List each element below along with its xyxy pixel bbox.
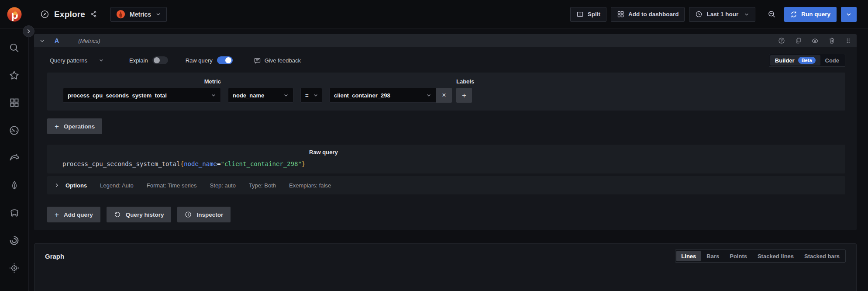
raw-query-toggle[interactable] (217, 56, 233, 64)
drag-handle-icon[interactable] (845, 38, 851, 44)
query-toolbar: Query patterns Explain Raw query Give fe… (50, 53, 845, 67)
compass-icon (40, 10, 49, 19)
top-nav: p Explore Metrics Split Add to dashboard (0, 0, 868, 29)
page-title: Explore (54, 10, 85, 19)
query-ref-id: A (55, 37, 59, 44)
split-icon (576, 10, 584, 18)
explain-label: Explain (129, 57, 148, 64)
help-icon[interactable] (778, 37, 785, 44)
copy-icon[interactable] (795, 37, 802, 44)
query-patterns-dropdown[interactable]: Query patterns (50, 57, 104, 64)
editor-mode-switch: Builder Beta Code (769, 54, 845, 67)
zoom-out-icon (768, 10, 776, 18)
search-icon[interactable] (9, 42, 20, 53)
elephant-icon[interactable] (9, 207, 20, 218)
operator-select[interactable]: = (300, 88, 322, 103)
query-actions-row: + Add query Query history Inspector (47, 207, 845, 222)
query-row-body: Query patterns Explain Raw query Give fe… (34, 47, 857, 230)
leaf-icon[interactable] (9, 180, 20, 191)
chevron-right-icon (26, 28, 31, 34)
chevron-down-icon (744, 12, 749, 17)
collapse-query-icon[interactable] (39, 38, 45, 44)
datasource-name: Metrics (130, 11, 151, 18)
apps-grid-icon[interactable] (9, 97, 20, 108)
add-to-dashboard-button[interactable]: Add to dashboard (611, 7, 685, 22)
add-operation-button[interactable]: + Operations (47, 118, 102, 134)
comment-icon (254, 57, 261, 64)
left-sidebar (0, 29, 29, 291)
info-icon (185, 211, 192, 218)
options-type: Type: Both (249, 182, 276, 189)
query-history-button[interactable]: Query history (107, 207, 172, 222)
eye-icon[interactable] (811, 37, 819, 45)
options-legend: Legend: Auto (100, 182, 134, 189)
give-feedback-link[interactable]: Give feedback (254, 57, 301, 64)
explain-toggle-group: Explain (129, 56, 168, 64)
split-button[interactable]: Split (570, 7, 606, 22)
options-exemplars: Exemplars: false (289, 182, 331, 189)
swirl-icon[interactable] (9, 235, 20, 246)
share-icon[interactable] (90, 10, 97, 18)
chevron-down-icon (313, 93, 318, 98)
dolphin-icon[interactable] (9, 152, 20, 163)
graph-style-stacked-bars[interactable]: Stacked bars (799, 251, 844, 261)
run-query-button[interactable]: Run query (784, 7, 837, 22)
graph-style-lines[interactable]: Lines (676, 251, 701, 261)
graph-panel-title: Graph (45, 253, 64, 260)
raw-query-toggle-label: Raw query (186, 57, 213, 64)
history-icon (114, 211, 121, 218)
chevron-down-icon (99, 58, 104, 63)
sync-icon (790, 11, 797, 18)
apps-icon (617, 10, 624, 18)
raw-query-label: Raw query (309, 149, 845, 156)
close-icon: × (442, 91, 446, 99)
gauge-dashboard-icon[interactable] (9, 125, 20, 136)
chevron-down-icon (283, 93, 289, 98)
metric-field-label: Metric (63, 78, 221, 85)
label-value-select[interactable]: client_container_298 (329, 88, 436, 103)
inspector-button[interactable]: Inspector (177, 207, 231, 222)
chevron-down-icon (155, 11, 161, 17)
clock-icon (695, 10, 703, 18)
chevron-down-icon (426, 93, 431, 98)
remove-label-filter-button[interactable]: × (436, 88, 452, 103)
metric-select[interactable]: process_cpu_seconds_system_total (63, 88, 221, 103)
code-mode-tab[interactable]: Code (820, 55, 844, 66)
query-datasource-hint: (Metrics) (78, 38, 100, 44)
options-expand-icon[interactable] (54, 183, 59, 188)
query-options-row: Options Legend: Auto Format: Time series… (47, 176, 845, 194)
add-label-filter-button[interactable]: + (456, 88, 472, 103)
time-range-picker[interactable]: Last 1 hour (689, 7, 755, 22)
app-logo[interactable]: p (7, 7, 22, 22)
builder-mode-tab[interactable]: Builder Beta (770, 55, 820, 66)
query-row-header: A (Metrics) (34, 34, 857, 47)
raw-query-toggle-group: Raw query (186, 56, 233, 64)
plus-icon: + (462, 92, 466, 99)
zoom-out-button[interactable] (763, 7, 780, 22)
raw-query-card: Raw query process_cpu_seconds_system_tot… (47, 145, 845, 173)
datasource-picker[interactable]: Metrics (110, 7, 167, 22)
add-query-button[interactable]: + Add query (47, 207, 100, 222)
label-name-select[interactable]: node_name (228, 88, 293, 103)
beta-badge: Beta (798, 57, 816, 64)
options-title[interactable]: Options (65, 182, 87, 189)
explain-toggle[interactable] (152, 56, 168, 64)
prometheus-icon (116, 10, 125, 19)
graph-style-bars[interactable]: Bars (702, 251, 724, 261)
chevron-down-icon (211, 93, 216, 98)
explore-content: A (Metrics) Query patterns Explain (29, 29, 868, 291)
run-query-options-button[interactable] (841, 7, 857, 22)
trash-icon[interactable] (828, 37, 835, 44)
graph-style-stacked-lines[interactable]: Stacked lines (753, 251, 799, 261)
graph-style-points[interactable]: Points (725, 251, 752, 261)
plus-icon: + (55, 123, 59, 130)
sidebar-expand-button[interactable] (23, 25, 34, 37)
dots-cluster-icon[interactable] (9, 262, 20, 274)
plus-icon: + (55, 211, 59, 218)
star-icon[interactable] (9, 69, 20, 81)
labels-field-label: Labels (456, 78, 472, 85)
graph-panel: Graph Lines Bars Points Stacked lines St… (34, 243, 857, 291)
query-editor-panel: A (Metrics) Query patterns Explain (34, 34, 857, 230)
raw-query-expression: process_cpu_seconds_system_total{node_na… (47, 156, 845, 167)
options-step: Step: auto (210, 182, 236, 189)
